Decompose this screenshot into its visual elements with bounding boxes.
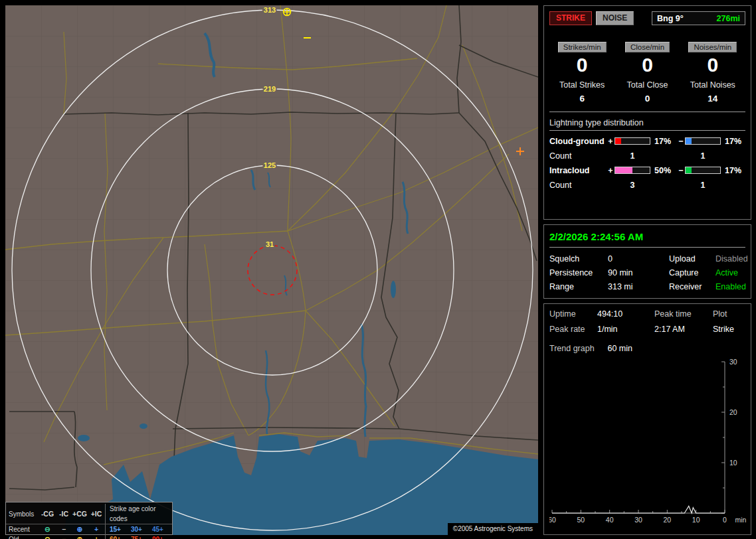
old-nic-icon: − (56, 534, 72, 539)
x-tick-0: 0 (723, 516, 727, 524)
persistence-label: Persistence (549, 268, 608, 277)
legend-symbols-title: Symbols (9, 509, 39, 519)
intracloud-label: Intracloud (549, 166, 607, 175)
trend-section: Uptime 494:10 Peak time Plot Peak rate 1… (543, 303, 751, 535)
legend-age-title: Strike age color codes (105, 504, 169, 524)
age-60: 60+ (110, 534, 121, 539)
strike-statistics-section: STRIKE NOISE Bng 9° 276mi Strikes/min 0 … (543, 5, 751, 220)
x-tick-40: 40 (606, 516, 614, 524)
legend-col-ncg: -CG (39, 509, 56, 519)
age-45: 45+ (152, 524, 163, 534)
cg-minus-count: 1 (685, 151, 721, 161)
x-tick-60: 60 (549, 516, 556, 524)
range-value: 313 mi (608, 282, 669, 291)
strike-toggle-button[interactable]: STRIKE (549, 11, 592, 25)
strike-symbol-positive-cg (284, 9, 291, 16)
total-counters: Total Strikes 6 Total Close 0 Total Nois… (549, 80, 745, 104)
cg-count-label: Count (549, 151, 607, 161)
close-per-min-value: 0 (614, 54, 680, 76)
noise-toggle-button[interactable]: NOISE (596, 11, 634, 25)
strikes-per-min-label: Strikes/min (558, 42, 607, 52)
right-panel: STRIKE NOISE Bng 9° 276mi Strikes/min 0 … (543, 5, 751, 535)
map-legend: Symbols -CG -IC +CG +IC Strike age color… (5, 502, 173, 535)
uptime-stats-grid: Uptime 494:10 Peak time Plot Peak rate 1… (549, 309, 745, 334)
cg-minus-gauge (685, 137, 721, 145)
total-close-label: Total Close (614, 80, 680, 90)
copyright-notice: ©2005 Astrogenic Systems (448, 523, 538, 535)
squelch-label: Squelch (549, 254, 608, 264)
receiver-label: Receiver (669, 282, 715, 291)
map-container: 313 219 125 31 Symbols -CG -IC +CG +IC S… (5, 5, 538, 535)
ic-plus-gauge-fill (615, 167, 632, 173)
legend-old-label: Old (9, 534, 39, 539)
peak-rate-label: Peak rate (549, 325, 597, 334)
ic-minus-percent: 17% (721, 166, 742, 175)
persistence-value: 90 min (608, 268, 669, 277)
age-75: 75+ (131, 534, 142, 539)
total-strikes: Total Strikes 6 (549, 80, 614, 104)
close-per-min: Close/min 0 (614, 40, 680, 76)
old-pic-icon: + (88, 534, 105, 539)
plot-value: Strike (713, 325, 745, 334)
bearing-value: Bng 9° (657, 14, 684, 23)
legend-recent-label: Recent (9, 524, 39, 534)
x-tick-10: 10 (692, 516, 700, 524)
squelch-value: 0 (608, 254, 669, 264)
system-status-section: 2/2/2026 2:24:56 AM Squelch 0 Upload Dis… (543, 224, 751, 299)
x-tick-20: 20 (663, 516, 671, 524)
ring-label-219: 219 (264, 85, 276, 93)
ring-label-125: 125 (264, 161, 276, 169)
legend-header-row: Symbols -CG -IC +CG +IC Strike age color… (6, 504, 172, 524)
ic-minus-gauge-fill (686, 167, 692, 173)
ic-plus-count: 3 (614, 181, 650, 190)
cloud-ground-label: Cloud-ground (549, 137, 607, 146)
total-close: Total Close 0 (614, 80, 680, 104)
peak-time-value: 2:17 AM (654, 325, 713, 334)
distribution-title: Lightning type distribution (549, 118, 745, 131)
recent-pcg-icon: ⊕ (72, 524, 88, 534)
status-grid: Squelch 0 Upload Disabled Persistence 90… (549, 254, 745, 291)
lightning-distribution-table: Cloud-ground + 17% − 17% Count 1 1 Intra… (549, 137, 745, 190)
plot-label: Plot (713, 309, 745, 319)
age-30: 30+ (131, 524, 142, 534)
total-strikes-label: Total Strikes (549, 80, 614, 90)
age-15: 15+ (110, 524, 121, 534)
peak-time-label: Peak time (654, 309, 713, 319)
cg-plus-percent: 17% (650, 137, 677, 146)
uptime-label: Uptime (549, 309, 597, 319)
trend-graph-value: 60 min (607, 344, 632, 353)
x-tick-30: 30 (634, 516, 642, 524)
recent-ncg-icon: ⊖ (39, 524, 56, 534)
legend-col-nic: -IC (56, 509, 72, 519)
legend-col-pic: +IC (88, 509, 105, 519)
legend-col-pcg: +CG (72, 509, 88, 519)
recent-age-codes: 15+ 30+ 45+ (105, 524, 169, 534)
x-unit-label: min (735, 516, 747, 524)
noises-per-min-label: Noises/min (688, 42, 737, 52)
y-tick-30: 30 (729, 358, 737, 366)
receiver-value: Enabled (715, 282, 748, 291)
uptime-value: 494:10 (597, 309, 654, 319)
strikes-per-min-value: 0 (549, 54, 614, 76)
ic-count-label: Count (549, 181, 607, 190)
ring-label-31: 31 (266, 240, 274, 248)
plus-sign: + (607, 137, 614, 146)
axis-ticks (552, 362, 725, 513)
cg-plus-gauge (614, 137, 650, 145)
total-noises-label: Total Noises (680, 80, 745, 90)
upload-label: Upload (669, 254, 715, 264)
ring-label-313: 313 (264, 6, 276, 14)
old-ncg-icon: ⊖ (39, 534, 56, 539)
noises-per-min-value: 0 (680, 54, 745, 76)
lightning-map[interactable]: 313 219 125 31 (5, 5, 538, 535)
total-noises: Total Noises 14 (680, 80, 745, 104)
recent-pic-icon: + (88, 524, 105, 534)
y-tick-20: 20 (729, 408, 737, 416)
cg-plus-count: 1 (614, 151, 650, 161)
minus-sign: − (677, 166, 685, 175)
old-pcg-icon: ⊕ (72, 534, 88, 539)
cg-minus-percent: 17% (721, 137, 742, 146)
age-90: 90+ (152, 534, 163, 539)
old-age-codes: 60+ 75+ 90+ (105, 534, 169, 539)
total-strikes-value: 6 (549, 94, 614, 104)
